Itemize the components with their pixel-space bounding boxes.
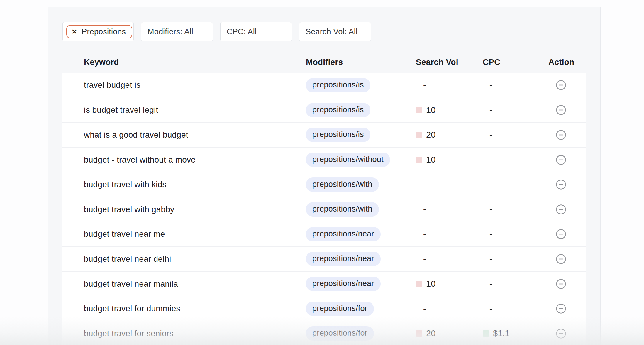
modifier-badge: prepositions/is [306, 103, 370, 117]
filter-bar: ✕ Prepositions Modifiers: All CPC: All S… [62, 22, 371, 41]
cpc-value: - [489, 155, 492, 165]
keyword-table-body: travel budget is prepositions/is - - is … [62, 73, 586, 345]
cpc-indicator-square [483, 330, 489, 337]
modifier-badge: prepositions/with [306, 177, 379, 192]
cpc-value: - [489, 80, 492, 90]
remove-keyword-button[interactable] [555, 154, 567, 165]
filter-dropdown-modifiers[interactable]: Modifiers: All [141, 22, 213, 41]
cpc-value: - [489, 279, 492, 289]
cpc-value: - [489, 204, 492, 214]
close-icon[interactable]: ✕ [72, 28, 77, 35]
keyword-text: travel budget is [84, 80, 140, 90]
search-vol-value: - [423, 180, 426, 190]
table-row: travel budget is prepositions/is - - [62, 73, 586, 98]
table-row: what is a good travel budget preposition… [62, 122, 586, 147]
keyword-text: budget travel with gabby [84, 205, 174, 214]
search-vol-value: 20 [426, 329, 435, 338]
search-vol-value: - [423, 304, 426, 314]
modifier-badge: prepositions/for [306, 326, 374, 341]
remove-keyword-button[interactable] [555, 253, 567, 265]
cpc-value: - [489, 130, 492, 140]
table-row: budget travel with gabby prepositions/wi… [62, 197, 586, 222]
cpc-value: - [489, 229, 492, 239]
minus-circle-icon [556, 204, 566, 215]
search-vol-value: 10 [426, 155, 435, 165]
modifier-badge: prepositions/near [306, 252, 381, 266]
remove-keyword-button[interactable] [555, 328, 567, 339]
search-vol-value: - [423, 204, 426, 214]
modifier-badge: prepositions/with [306, 202, 379, 217]
remove-keyword-button[interactable] [555, 204, 567, 215]
column-header-modifiers: Modifiers [306, 58, 416, 67]
keyword-text: budget travel near delhi [84, 254, 171, 264]
search-vol-value: 10 [426, 105, 435, 115]
minus-circle-icon [556, 155, 566, 165]
minus-circle-icon [556, 279, 566, 289]
modifier-badge: prepositions/near [306, 227, 381, 241]
search-vol-indicator-square [416, 157, 422, 163]
column-header-keyword: Keyword [62, 58, 306, 67]
modifier-badge: prepositions/is [306, 78, 370, 92]
filter-dropdown-cpc[interactable]: CPC: All [220, 22, 292, 41]
minus-circle-icon [556, 80, 566, 90]
filter-dropdown-search-vol-label: Search Vol: All [299, 27, 357, 36]
table-row: budget travel near me prepositions/near … [62, 222, 586, 247]
modifier-badge: prepositions/is [306, 128, 370, 142]
filter-dropdown-modifiers-label: Modifiers: All [141, 27, 193, 36]
filter-chip-label: Prepositions [82, 27, 126, 36]
cpc-value: - [489, 180, 492, 190]
minus-circle-icon [556, 254, 566, 264]
column-header-cpc: CPC [483, 58, 548, 67]
keyword-panel: ✕ Prepositions Modifiers: All CPC: All S… [48, 7, 601, 345]
search-vol-value: - [423, 229, 426, 239]
keyword-text: budget travel for seniors [84, 329, 173, 338]
keyword-text: budget travel for dummies [84, 304, 180, 313]
table-row: budget travel for seniors prepositions/f… [62, 321, 586, 345]
search-vol-value: - [423, 254, 426, 264]
remove-keyword-button[interactable] [555, 278, 567, 290]
search-vol-indicator-square [416, 107, 422, 113]
remove-keyword-button[interactable] [555, 303, 567, 314]
keyword-text: what is a good travel budget [84, 130, 188, 140]
modifier-badge: prepositions/without [306, 153, 390, 167]
table-row: budget travel near delhi prepositions/ne… [62, 246, 586, 271]
filter-chip-prepositions[interactable]: ✕ Prepositions [66, 25, 132, 38]
search-vol-value: 20 [426, 130, 435, 140]
remove-keyword-button[interactable] [555, 229, 567, 240]
remove-keyword-button[interactable] [555, 179, 567, 190]
remove-keyword-button[interactable] [555, 80, 567, 91]
search-vol-value: 10 [426, 279, 435, 289]
modifier-badge: prepositions/near [306, 277, 381, 291]
cpc-value: $1.1 [493, 329, 509, 338]
cpc-value: - [489, 105, 492, 115]
minus-circle-icon [556, 229, 566, 239]
minus-circle-icon [556, 179, 566, 190]
minus-circle-icon [556, 105, 566, 115]
table-row: is budget travel legit prepositions/is 1… [62, 98, 586, 123]
search-vol-value: - [423, 80, 426, 90]
column-header-search-vol: Search Vol [416, 58, 483, 67]
search-vol-indicator-square [416, 281, 422, 287]
table-header: Keyword Modifiers Search Vol CPC Action [62, 51, 586, 73]
cpc-value: - [489, 254, 492, 264]
remove-keyword-button[interactable] [555, 129, 567, 141]
cpc-value: - [489, 304, 492, 314]
minus-circle-icon [556, 328, 566, 339]
table-row: budget - travel without a move prepositi… [62, 147, 586, 172]
filter-dropdown-cpc-label: CPC: All [221, 27, 257, 36]
minus-circle-icon [556, 303, 566, 314]
minus-circle-icon [556, 130, 566, 140]
search-vol-indicator-square [416, 132, 422, 138]
keyword-text: budget travel near manila [84, 279, 178, 289]
keyword-text: is budget travel legit [84, 105, 158, 115]
keyword-text: budget travel near me [84, 229, 165, 239]
table-row: budget travel near manila prepositions/n… [62, 271, 586, 296]
remove-keyword-button[interactable] [555, 104, 567, 116]
filter-dropdown-search-vol[interactable]: Search Vol: All [299, 22, 371, 41]
filter-active-group[interactable]: ✕ Prepositions [62, 22, 134, 41]
search-vol-indicator-square [416, 330, 422, 337]
keyword-text: budget travel with kids [84, 180, 167, 189]
table-row: budget travel for dummies prepositions/f… [62, 296, 586, 321]
keyword-text: budget - travel without a move [84, 155, 196, 165]
column-header-action: Action [548, 58, 586, 67]
